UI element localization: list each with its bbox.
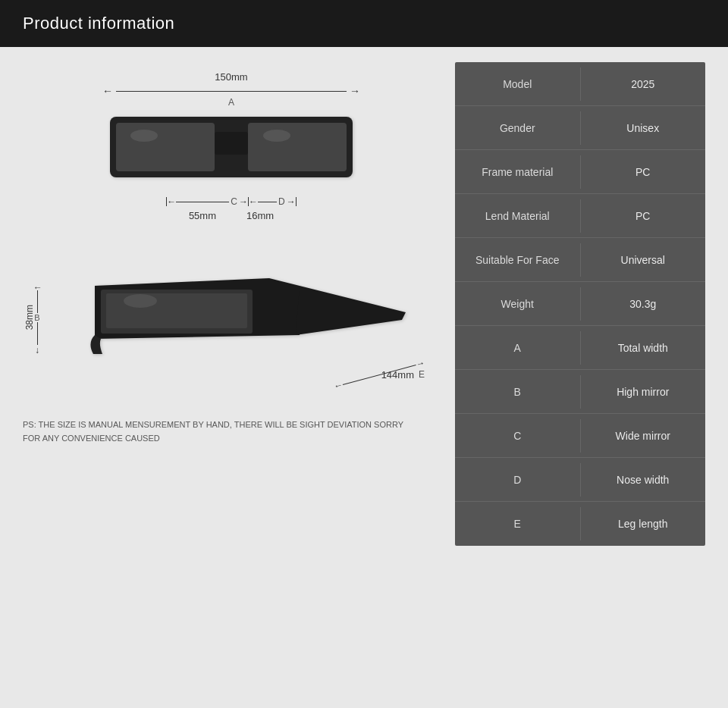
top-view-glasses [23,102,440,193]
page-title: Product information [23,14,174,33]
spec-key: A [455,331,581,365]
svg-rect-2 [248,123,347,171]
svg-point-5 [263,130,290,142]
spec-value: Total width [581,331,706,365]
page-header: Product information [0,0,728,47]
spec-value: PC [581,199,706,233]
spec-row: DNose width [455,458,705,502]
spec-value: Leg length [581,507,706,540]
spec-row: ELeg length [455,502,705,546]
spec-value: Unisex [581,111,706,145]
spec-value: Universal [581,243,706,277]
top-diagram: 150mm ← → A [23,62,440,229]
side-diagram: ↑ B ↓ 38mm [23,244,440,396]
e-measurement: ← → 144mm E [331,357,425,381]
dim-a-value: 150mm [215,71,247,83]
spec-value: 2025 [581,67,706,101]
c-line [176,202,229,202]
arrow-right-a: → [350,85,360,97]
d-line [258,202,277,202]
b-arrow-down: ↓ [35,345,39,356]
spec-key: Suitable For Face [455,243,581,277]
svg-rect-1 [116,123,215,171]
spec-row: Suitable For FaceUniversal [455,238,705,282]
spec-row: BHigh mirror [455,370,705,414]
spec-value: High mirror [581,375,706,409]
spec-key: D [455,463,581,497]
arrow-left-a: ← [102,85,113,97]
left-panel: 150mm ← → A [23,62,440,693]
dim-d-value: 16mm [246,210,274,221]
spec-key: Lend Material [455,199,581,233]
spec-key: Model [455,67,581,101]
spec-row: Weight30.3g [455,282,705,326]
spec-row: Lend MaterialPC [455,194,705,238]
e-arrow-right: → [415,357,426,370]
spec-key: E [455,507,581,540]
spec-key: C [455,419,581,453]
dim-b-value: 38mm [24,305,35,330]
spec-key: Weight [455,287,581,321]
spec-row: GenderUnisex [455,106,705,150]
specs-panel: Model2025GenderUnisexFrame materialPCLen… [455,62,705,546]
e-letter: E [419,369,425,381]
top-glasses-svg [102,102,360,193]
spec-row: Model2025 [455,62,705,106]
spec-key: Frame material [455,155,581,189]
spec-row: ATotal width [455,326,705,370]
spec-value: PC [581,155,706,189]
svg-rect-3 [215,132,248,155]
dim-c-value: 55mm [189,210,216,221]
svg-point-4 [130,130,158,142]
spec-value: Wide mirror [581,419,706,453]
c-arrow-left: ← [167,196,176,207]
svg-point-8 [124,294,157,308]
c-letter: C [231,196,237,207]
spec-row: CWide mirror [455,414,705,458]
b-letter: B [34,313,39,322]
d-arrow-left: ← [249,196,258,207]
b-arrow-up: ↑ [32,286,42,290]
spec-row: Frame materialPC [455,150,705,194]
spec-key: B [455,375,581,409]
spec-key: Gender [455,111,581,145]
e-arrow-left: ← [332,379,344,392]
c-arrow-right: → [239,196,248,207]
spec-value: Nose width [581,463,706,497]
spec-value: 30.3g [581,287,706,321]
d-letter: D [278,196,285,207]
d-arrow-right: → [287,196,296,207]
dim-labels: 55mm 16mm [23,210,440,221]
ps-note: PS: THE SIZE IS MANUAL MENSUREMENT BY HA… [23,418,417,445]
main-content: 150mm ← → A [0,47,728,708]
